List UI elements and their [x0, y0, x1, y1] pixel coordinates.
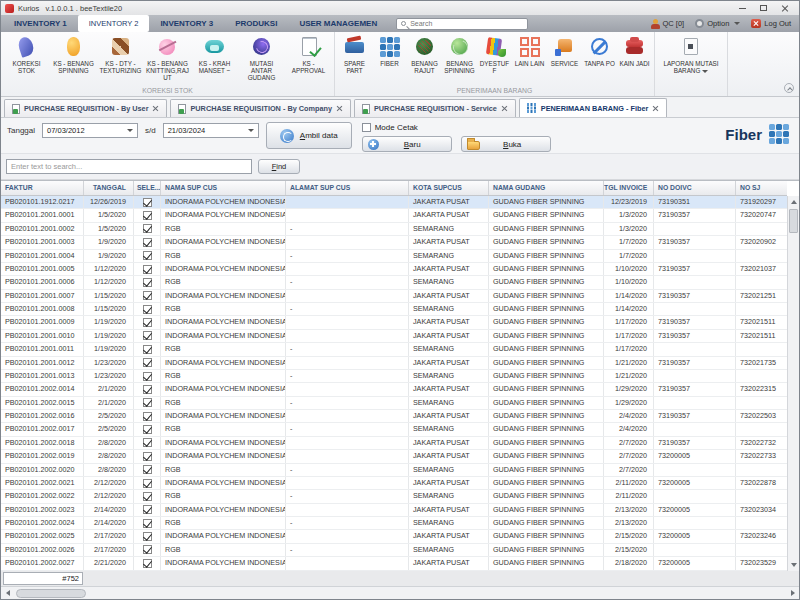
- ribbon-button-ks-dty-texturizing[interactable]: KS - DTY - TEXTURIZING: [97, 33, 144, 76]
- ribbon-button-ks-benang-spinning[interactable]: KS - BENANG SPINNING: [50, 33, 97, 76]
- row-checkbox[interactable]: [143, 291, 152, 300]
- row-checkbox[interactable]: [143, 331, 152, 340]
- horizontal-scroll-thumb[interactable]: [16, 589, 86, 598]
- table-row[interactable]: PB020101.2001.00031/9/2020INDORAMA POLYC…: [1, 236, 787, 249]
- doc-tab-purchase-requisition-by-user[interactable]: PURCHASE REQUISITION - By User: [4, 99, 167, 117]
- buka-button[interactable]: Buka: [461, 136, 551, 152]
- vertical-scrollbar[interactable]: [787, 196, 799, 571]
- date-to-select[interactable]: 21/03/2024: [163, 123, 259, 138]
- ribbon-button-dyestuff[interactable]: DYESTUFF: [477, 33, 512, 76]
- close-button[interactable]: [774, 2, 795, 15]
- column-header-tanggal[interactable]: TANGGAL: [84, 181, 134, 195]
- row-checkbox[interactable]: [143, 198, 152, 207]
- ribbon-button-spare-part[interactable]: SPARE PART: [337, 33, 372, 76]
- ribbon-button-kain-jadi[interactable]: KAIN JADI: [617, 33, 652, 69]
- row-checkbox[interactable]: [143, 438, 152, 447]
- minimize-button[interactable]: [732, 2, 753, 15]
- row-checkbox[interactable]: [143, 345, 152, 354]
- menu-tab-inventory-2[interactable]: INVENTORY 2: [78, 15, 150, 32]
- row-checkbox[interactable]: [143, 224, 152, 233]
- row-checkbox[interactable]: [143, 305, 152, 314]
- menubar-item-option[interactable]: Option: [695, 19, 740, 28]
- table-row[interactable]: PB020101.2001.00071/15/2020INDORAMA POLY…: [1, 290, 787, 303]
- doc-tab-purchase-requisition-by-company[interactable]: PURCHASE REQUISITION - By Company: [170, 99, 351, 117]
- table-row[interactable]: PB020101.2001.00051/12/2020INDORAMA POLY…: [1, 263, 787, 276]
- vertical-scroll-thumb[interactable]: [789, 209, 798, 233]
- ribbon-button-ks-krah-manset[interactable]: KS - KRAH MANSET ~: [191, 33, 238, 76]
- scroll-up-arrow[interactable]: [788, 196, 799, 208]
- row-checkbox[interactable]: [143, 211, 152, 220]
- table-row[interactable]: PB020101.2001.00061/12/2020RGB-SEMARANGG…: [1, 276, 787, 289]
- ribbon-button-benang-spinning[interactable]: BENANG SPINNING: [442, 33, 477, 76]
- column-header-kota-supcus[interactable]: KOTA SUPCUS: [409, 181, 489, 195]
- row-checkbox[interactable]: [143, 372, 152, 381]
- row-checkbox[interactable]: [143, 505, 152, 514]
- table-row[interactable]: PB020101.2002.00232/14/2020INDORAMA POLY…: [1, 504, 787, 517]
- table-row[interactable]: PB020101.2001.00121/23/2020INDORAMA POLY…: [1, 357, 787, 370]
- table-row[interactable]: PB020101.2001.00091/19/2020INDORAMA POLY…: [1, 316, 787, 329]
- table-row[interactable]: PB020101.2002.00272/21/2020INDORAMA POLY…: [1, 557, 787, 570]
- table-row[interactable]: PB020101.2002.00182/8/2020INDORAMA POLYC…: [1, 437, 787, 450]
- table-row[interactable]: PB020101.1912.021712/26/2019INDORAMA POL…: [1, 196, 787, 209]
- column-header-sele[interactable]: SELE...: [134, 181, 161, 195]
- table-row[interactable]: PB020101.2001.00081/15/2020RGB-SEMARANGG…: [1, 303, 787, 316]
- table-row[interactable]: PB020101.2002.00202/8/2020RGB-SEMARANGGU…: [1, 464, 787, 477]
- ribbon-button-laporan-mutasi-barang[interactable]: LAPORAN MUTASI BARANG: [657, 33, 725, 76]
- column-header-alamat-sup-cus[interactable]: ALAMAT SUP CUS: [286, 181, 409, 195]
- row-checkbox[interactable]: [143, 238, 152, 247]
- ribbon-button-mutasi-antar-gudang[interactable]: MUTASI ANTAR GUDANG: [238, 33, 285, 84]
- table-row[interactable]: PB020101.2001.00021/5/2020RGB-SEMARANGGU…: [1, 223, 787, 236]
- column-header-nama-sup-cus[interactable]: NAMA SUP CUS: [161, 181, 286, 195]
- tab-close-icon[interactable]: [152, 105, 159, 112]
- table-row[interactable]: PB020101.2001.00101/19/2020INDORAMA POLY…: [1, 330, 787, 343]
- table-row[interactable]: PB020101.2002.00162/5/2020INDORAMA POLYC…: [1, 410, 787, 423]
- table-row[interactable]: PB020101.2001.00131/23/2020RGB-SEMARANGG…: [1, 370, 787, 383]
- horizontal-scrollbar[interactable]: [1, 586, 799, 599]
- ribbon-button-service[interactable]: SERVICE: [547, 33, 582, 69]
- table-row[interactable]: PB020101.2002.00252/17/2020INDORAMA POLY…: [1, 530, 787, 543]
- tab-close-icon[interactable]: [652, 105, 659, 112]
- row-checkbox[interactable]: [143, 358, 152, 367]
- row-checkbox[interactable]: [143, 545, 152, 554]
- row-checkbox[interactable]: [143, 265, 152, 274]
- doc-tab-purchase-requisition-service[interactable]: PURCHASE REQUISITION - Service: [354, 99, 516, 117]
- tab-close-icon[interactable]: [336, 105, 343, 112]
- table-row[interactable]: PB020101.2002.00152/1/2020RGB-SEMARANGGU…: [1, 397, 787, 410]
- column-header-faktur[interactable]: FAKTUR: [1, 181, 84, 195]
- column-header-no-doivc[interactable]: NO DOIVC: [654, 181, 736, 195]
- table-row[interactable]: PB020101.2002.00142/1/2020INDORAMA POLYC…: [1, 383, 787, 396]
- row-checkbox[interactable]: [143, 452, 152, 461]
- baru-button[interactable]: Baru: [362, 136, 452, 152]
- row-checkbox[interactable]: [143, 251, 152, 260]
- row-checkbox[interactable]: [143, 532, 152, 541]
- tab-close-icon[interactable]: [501, 105, 508, 112]
- ribbon-button-fiber[interactable]: FIBER: [372, 33, 407, 69]
- date-from-select[interactable]: 07/03/2012: [42, 123, 138, 138]
- table-row[interactable]: PB020101.2002.00242/14/2020RGB-SEMARANGG…: [1, 517, 787, 530]
- table-row[interactable]: PB020101.2002.00172/5/2020RGB-SEMARANGGU…: [1, 423, 787, 436]
- mode-cetak-checkbox[interactable]: [362, 123, 371, 132]
- table-row[interactable]: PB020101.2001.00011/5/2020INDORAMA POLYC…: [1, 209, 787, 222]
- menu-tab-inventory-1[interactable]: INVENTORY 1: [3, 15, 78, 32]
- row-checkbox[interactable]: [143, 465, 152, 474]
- table-row[interactable]: PB020101.2002.00222/12/2020RGB-SEMARANGG…: [1, 490, 787, 503]
- maximize-button[interactable]: [753, 2, 774, 15]
- ribbon-button-koreksi-stok[interactable]: KOREKSI STOK: [3, 33, 50, 76]
- scroll-left-arrow[interactable]: [1, 587, 14, 599]
- table-row[interactable]: PB020101.2001.00041/9/2020RGB-SEMARANGGU…: [1, 250, 787, 263]
- column-header-nama-gudang[interactable]: NAMA GUDANG: [489, 181, 604, 195]
- table-row[interactable]: PB020101.2002.00262/17/2020RGB-SEMARANGG…: [1, 544, 787, 557]
- menubar-search-input[interactable]: Search: [396, 18, 528, 30]
- ribbon-collapse-icon[interactable]: [784, 83, 794, 93]
- row-checkbox[interactable]: [143, 479, 152, 488]
- scroll-right-arrow[interactable]: [786, 587, 799, 599]
- column-header-tgl-invoice[interactable]: TGL INVOICE: [604, 181, 654, 195]
- column-header-no-sj[interactable]: NO SJ: [736, 181, 787, 195]
- row-checkbox[interactable]: [143, 425, 152, 434]
- row-checkbox[interactable]: [143, 385, 152, 394]
- row-checkbox[interactable]: [143, 278, 152, 287]
- menu-tab-inventory-3[interactable]: INVENTORY 3: [149, 15, 224, 32]
- scroll-down-arrow[interactable]: [788, 559, 799, 571]
- search-input[interactable]: [6, 159, 252, 174]
- row-checkbox[interactable]: [143, 519, 152, 528]
